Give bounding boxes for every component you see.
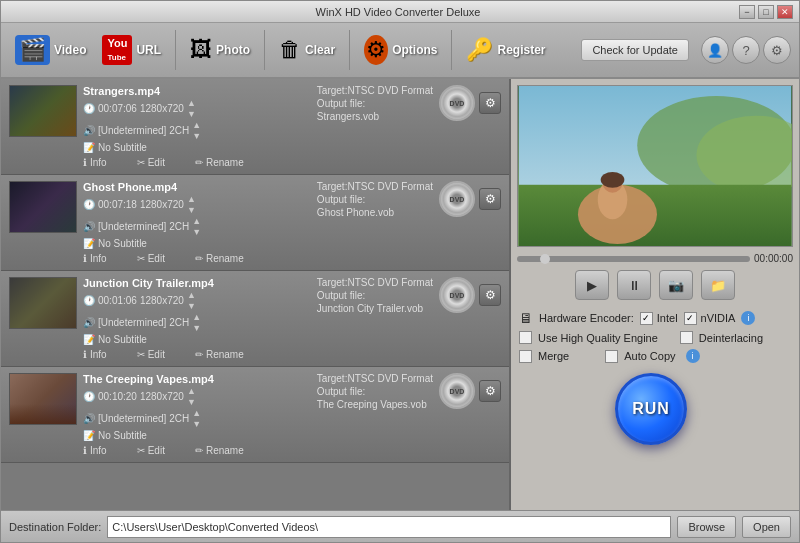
- auto-copy-checkbox[interactable]: [605, 350, 618, 363]
- info-button-2[interactable]: ℹ Info: [83, 253, 107, 264]
- seekbar-thumb[interactable]: [540, 254, 550, 264]
- file-actions-2: ℹ Info ✂ Edit ✏ Rename: [9, 251, 501, 264]
- rename-button-3[interactable]: ✏ Rename: [195, 349, 244, 360]
- file-target-1: Target:NTSC DVD Format Output file: Stra…: [317, 85, 433, 122]
- maximize-button[interactable]: □: [758, 5, 774, 19]
- clock-icon-2: 🕐: [83, 199, 95, 210]
- options-panel: 🖥 Hardware Encoder: Intel nVIDIA i Use H…: [517, 306, 793, 367]
- play-button[interactable]: ▶: [575, 270, 609, 300]
- browse-button[interactable]: Browse: [677, 516, 736, 538]
- user-profile-button[interactable]: 👤: [701, 36, 729, 64]
- minimize-button[interactable]: −: [739, 5, 755, 19]
- settings-button-1[interactable]: ⚙: [479, 92, 501, 114]
- audio-arrows-3[interactable]: ▲▼: [192, 312, 201, 333]
- rename-button-1[interactable]: ✏ Rename: [195, 157, 244, 168]
- encoder-info-icon[interactable]: i: [741, 311, 755, 325]
- file-thumbnail-2: [9, 181, 77, 233]
- window-title: WinX HD Video Converter Deluxe: [57, 6, 739, 18]
- audio-icon-4: 🔊: [83, 413, 95, 424]
- options-button[interactable]: ⚙ Options: [358, 32, 443, 68]
- edit-button-3[interactable]: ✂ Edit: [137, 349, 165, 360]
- file-item-top-4: The Creeping Vapes.mp4 🕐 00:10:20 1280x7…: [9, 373, 501, 441]
- audio-arrows-4[interactable]: ▲▼: [192, 408, 201, 429]
- edit-button-2[interactable]: ✂ Edit: [137, 253, 165, 264]
- clock-icon-3: 🕐: [83, 295, 95, 306]
- edit-button-1[interactable]: ✂ Edit: [137, 157, 165, 168]
- file-thumbnail-4: [9, 373, 77, 425]
- photo-button[interactable]: 🖼 Photo: [184, 34, 256, 66]
- open-button[interactable]: Open: [742, 516, 791, 538]
- screenshot-button[interactable]: 📷: [659, 270, 693, 300]
- file-target-4: Target:NTSC DVD Format Output file: The …: [317, 373, 433, 410]
- file-name-3: Junction City Trailer.mp4: [83, 277, 311, 289]
- file-audio-2: 🔊 [Undetermined] 2CH ▲▼: [83, 216, 311, 237]
- intel-checkbox-area: Intel: [640, 312, 678, 325]
- dvd-icon-1: DVD: [439, 85, 475, 121]
- info-button[interactable]: ⚙: [763, 36, 791, 64]
- settings-button-2[interactable]: ⚙: [479, 188, 501, 210]
- file-actions-1: ℹ Info ✂ Edit ✏ Rename: [9, 155, 501, 168]
- deinterlacing-checkbox[interactable]: [680, 331, 693, 344]
- hardware-encoder-label: Hardware Encoder:: [539, 312, 634, 324]
- destination-path-input[interactable]: [107, 516, 671, 538]
- arrows-2[interactable]: ▲▼: [187, 194, 196, 215]
- file-info-3: Junction City Trailer.mp4 🕐 00:01:06 128…: [83, 277, 311, 345]
- list-item: Junction City Trailer.mp4 🕐 00:01:06 128…: [1, 271, 509, 367]
- title-bar: WinX HD Video Converter Deluxe − □ ✕: [1, 1, 799, 23]
- subtitle-icon-3: 📝: [83, 334, 95, 345]
- file-subtitle-1: 📝 No Subtitle: [83, 142, 311, 153]
- seekbar-track[interactable]: [517, 256, 750, 262]
- subtitle-icon-1: 📝: [83, 142, 95, 153]
- list-item: Strangers.mp4 🕐 00:07:06 1280x720 ▲▼ 🔊 […: [1, 79, 509, 175]
- rename-button-4[interactable]: ✏ Rename: [195, 445, 244, 456]
- file-actions-3: ℹ Info ✂ Edit ✏ Rename: [9, 347, 501, 360]
- seekbar: 00:00:00: [517, 253, 793, 264]
- nvidia-checkbox[interactable]: [684, 312, 697, 325]
- close-button[interactable]: ✕: [777, 5, 793, 19]
- info-button-1[interactable]: ℹ Info: [83, 157, 107, 168]
- url-button[interactable]: YouTube URL: [96, 32, 167, 68]
- rename-icon-3: ✏: [195, 349, 203, 360]
- check-update-button[interactable]: Check for Update: [581, 39, 689, 61]
- list-item: Ghost Phone.mp4 🕐 00:07:18 1280x720 ▲▼ 🔊…: [1, 175, 509, 271]
- auto-copy-label: Auto Copy: [624, 350, 675, 362]
- arrows-4[interactable]: ▲▼: [187, 386, 196, 407]
- dvd-area-4: DVD ⚙: [439, 373, 501, 409]
- file-audio-1: 🔊 [Undetermined] 2CH ▲▼: [83, 120, 311, 141]
- edit-button-4[interactable]: ✂ Edit: [137, 445, 165, 456]
- video-content: [518, 86, 792, 246]
- pause-button[interactable]: ⏸: [617, 270, 651, 300]
- run-button[interactable]: RUN: [615, 373, 687, 445]
- rename-button-2[interactable]: ✏ Rename: [195, 253, 244, 264]
- high-quality-checkbox[interactable]: [519, 331, 532, 344]
- dvd-icon-3: DVD: [439, 277, 475, 313]
- arrows-1[interactable]: ▲▼: [187, 98, 196, 119]
- file-subtitle-4: 📝 No Subtitle: [83, 430, 311, 441]
- audio-arrows-2[interactable]: ▲▼: [192, 216, 201, 237]
- merge-checkbox[interactable]: [519, 350, 532, 363]
- file-duration-2: 🕐 00:07:18 1280x720 ▲▼: [83, 194, 311, 215]
- photo-button-label: Photo: [216, 43, 250, 57]
- clear-button[interactable]: 🗑 Clear: [273, 34, 341, 66]
- file-item-top-2: Ghost Phone.mp4 🕐 00:07:18 1280x720 ▲▼ 🔊…: [9, 181, 501, 249]
- arrows-3[interactable]: ▲▼: [187, 290, 196, 311]
- edit-icon-1: ✂: [137, 157, 145, 168]
- intel-checkbox[interactable]: [640, 312, 653, 325]
- auto-copy-info-icon[interactable]: i: [686, 349, 700, 363]
- audio-arrows-1[interactable]: ▲▼: [192, 120, 201, 141]
- bottom-bar: Destination Folder: Browse Open: [1, 510, 799, 542]
- register-button[interactable]: 🔑 Register: [460, 34, 551, 66]
- merge-label: Merge: [538, 350, 569, 362]
- file-duration-4: 🕐 00:10:20 1280x720 ▲▼: [83, 386, 311, 407]
- settings-button-4[interactable]: ⚙: [479, 380, 501, 402]
- info-button-3[interactable]: ℹ Info: [83, 349, 107, 360]
- clock-icon-4: 🕐: [83, 391, 95, 402]
- help-button[interactable]: ?: [732, 36, 760, 64]
- file-duration-3: 🕐 00:01:06 1280x720 ▲▼: [83, 290, 311, 311]
- toolbar-separator-3: [349, 30, 350, 70]
- dvd-area-1: DVD ⚙: [439, 85, 501, 121]
- settings-button-3[interactable]: ⚙: [479, 284, 501, 306]
- open-folder-button[interactable]: 📁: [701, 270, 735, 300]
- video-button[interactable]: 🎬 Video: [9, 32, 92, 68]
- info-button-4[interactable]: ℹ Info: [83, 445, 107, 456]
